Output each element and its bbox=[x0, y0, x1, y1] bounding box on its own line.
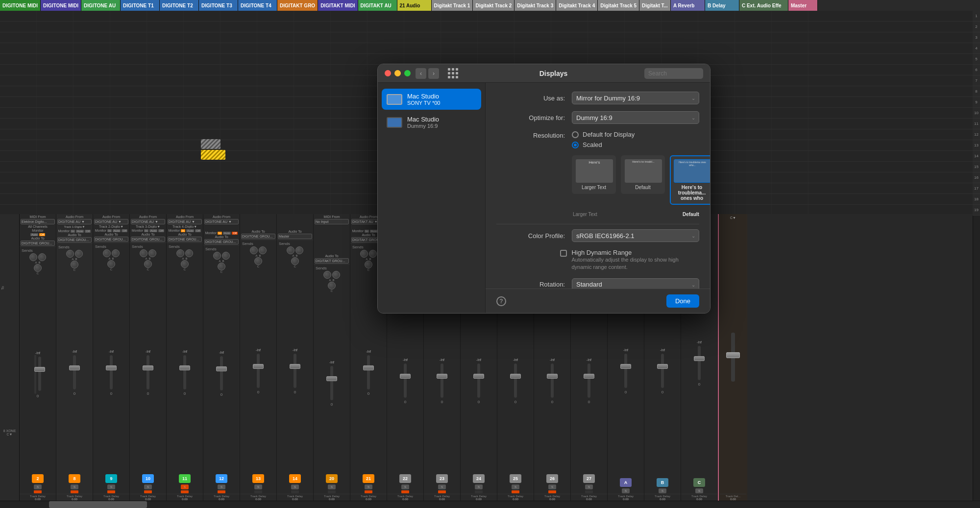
arr-cell-7-7[interactable] bbox=[220, 75, 257, 86]
hdr-checkbox[interactable] bbox=[560, 250, 567, 257]
resolution-default-option[interactable]: Default for Display bbox=[572, 131, 635, 138]
ch22-s[interactable]: S bbox=[401, 484, 409, 489]
arr-cell-10-10[interactable] bbox=[331, 108, 368, 118]
ch6-fader[interactable] bbox=[220, 356, 223, 390]
ch26-s[interactable]: S bbox=[548, 484, 556, 489]
track-header-digitakt-midi[interactable]: DIGITAKT MIDI bbox=[318, 0, 358, 11]
arr-cell-6-4[interactable] bbox=[110, 65, 147, 75]
arr-cell-2-7[interactable] bbox=[220, 22, 257, 32]
ch3-knob-a[interactable] bbox=[103, 249, 111, 257]
arr-cell-11-5[interactable] bbox=[147, 119, 184, 129]
arr-cell-4-7[interactable] bbox=[220, 43, 257, 53]
ch6-auto-btn[interactable]: Auto bbox=[223, 232, 231, 235]
arr-cell-13-10[interactable] bbox=[331, 140, 368, 150]
arr-cell-3-16[interactable] bbox=[551, 32, 588, 43]
ch1-knob-a[interactable] bbox=[29, 253, 37, 261]
arr-cell-15-3[interactable] bbox=[74, 162, 110, 172]
ch4-fader[interactable] bbox=[147, 355, 149, 389]
arr-cell-1-9[interactable] bbox=[294, 11, 331, 21]
arr-cell-18-10[interactable] bbox=[331, 194, 368, 204]
arr-cell-7-1[interactable] bbox=[0, 75, 37, 86]
arr-cell-14-21[interactable] bbox=[735, 151, 772, 161]
ch23-fader[interactable] bbox=[441, 363, 443, 398]
arr-cell-16-3[interactable] bbox=[74, 172, 110, 183]
arr-cell-12-5[interactable] bbox=[147, 129, 184, 140]
arr-cell-2-9[interactable] bbox=[294, 22, 331, 32]
ch3-fader[interactable] bbox=[110, 355, 113, 389]
arr-cell-3-18[interactable] bbox=[625, 32, 662, 43]
arr-cell-9-4[interactable] bbox=[110, 97, 147, 107]
ch2-knob-a[interactable] bbox=[66, 250, 74, 258]
arr-cell-12-2[interactable] bbox=[37, 129, 74, 140]
arr-cell-17-22[interactable] bbox=[772, 183, 808, 194]
arr-cell-10-21[interactable] bbox=[735, 108, 772, 118]
arr-cell-15-10[interactable] bbox=[331, 162, 368, 172]
arr-cell-19-2[interactable] bbox=[37, 205, 74, 214]
arr-cell-4-1[interactable] bbox=[0, 43, 37, 53]
arr-cell-5-20[interactable] bbox=[698, 54, 735, 64]
chdau-ka[interactable] bbox=[360, 250, 368, 258]
minimize-button[interactable] bbox=[394, 70, 401, 76]
chmidi2-fader[interactable] bbox=[330, 366, 333, 400]
ch2-auto-btn[interactable]: Auto bbox=[76, 230, 84, 233]
arr-cell-12-21[interactable] bbox=[735, 129, 772, 140]
arr-cell-4-10[interactable] bbox=[331, 43, 368, 53]
chdau-fader[interactable] bbox=[367, 355, 370, 389]
ch2-off-btn[interactable]: Off bbox=[85, 230, 91, 233]
modal-search-input[interactable] bbox=[644, 68, 703, 79]
ch3-to-sel[interactable]: DIGITONE GROU... bbox=[94, 237, 128, 242]
arr-cell-2-15[interactable] bbox=[514, 22, 551, 32]
arr-cell-12-9[interactable] bbox=[294, 129, 331, 140]
arr-cell-3-13[interactable] bbox=[441, 32, 478, 43]
track-header-digitone-au[interactable]: DIGITONE AU bbox=[81, 0, 121, 11]
resolution-default-radio[interactable] bbox=[572, 131, 579, 138]
chc-s[interactable]: S bbox=[695, 488, 703, 493]
ch1-knob-b[interactable] bbox=[38, 253, 46, 261]
arr-cell-2-3[interactable] bbox=[74, 22, 110, 32]
arr-cell-8-1[interactable] bbox=[0, 86, 37, 97]
arr-cell-11-3[interactable] bbox=[74, 119, 110, 129]
arr-cell-1-21[interactable] bbox=[735, 11, 772, 21]
arr-cell-16-4[interactable] bbox=[110, 172, 147, 183]
ch7-fader[interactable] bbox=[257, 354, 260, 388]
arr-cell-11-21[interactable] bbox=[735, 119, 772, 129]
ch7-kc[interactable] bbox=[254, 257, 262, 265]
arr-cell-19-6[interactable] bbox=[184, 205, 220, 214]
arr-cell-1-17[interactable] bbox=[588, 11, 625, 21]
ch8-ka[interactable] bbox=[287, 246, 294, 254]
ch4-knob-b[interactable] bbox=[148, 249, 156, 257]
arr-cell-15-4[interactable] bbox=[110, 162, 147, 172]
ch3-knob-b[interactable] bbox=[112, 249, 120, 257]
track-header-digitakt-tr6[interactable]: Digitakt T... bbox=[639, 0, 671, 11]
arr-cell-18-9[interactable] bbox=[294, 194, 331, 204]
chmidi2-kc[interactable] bbox=[328, 282, 336, 290]
arr-cell-11-1[interactable] bbox=[0, 119, 37, 129]
arr-cell-5-12[interactable] bbox=[404, 54, 441, 64]
arr-cell-19-21[interactable] bbox=[735, 205, 772, 214]
arr-cell-13-1[interactable] bbox=[0, 140, 37, 150]
ch1-knob-c[interactable] bbox=[34, 264, 42, 272]
arr-cell-11-7[interactable] bbox=[220, 119, 257, 129]
arr-cell-2-13[interactable] bbox=[441, 22, 478, 32]
ch5-s[interactable]: S bbox=[181, 484, 189, 489]
chc-fader[interactable] bbox=[698, 346, 701, 380]
arr-cell-12-6[interactable] bbox=[184, 129, 220, 140]
ch6-off-btn[interactable]: Off bbox=[232, 232, 238, 235]
ch3-knob-c[interactable] bbox=[107, 260, 115, 268]
arr-cell-7-5[interactable] bbox=[147, 75, 184, 86]
resolution-scaled-option[interactable]: Scaled bbox=[572, 141, 635, 148]
forward-button[interactable]: › bbox=[428, 68, 439, 79]
arr-cell-17-21[interactable] bbox=[735, 183, 772, 194]
chmidi2-ka[interactable] bbox=[323, 271, 331, 279]
arr-cell-14-10[interactable] bbox=[331, 151, 368, 161]
arr-cell-16-5[interactable] bbox=[147, 172, 184, 183]
arr-cell-8-21[interactable] bbox=[735, 86, 772, 97]
arr-cell-3-1[interactable] bbox=[0, 32, 37, 43]
track-header-digitone-midi[interactable]: DIGITONE MIDI bbox=[0, 0, 41, 11]
arr-cell-2-2[interactable] bbox=[37, 22, 74, 32]
arr-cell-7-3[interactable] bbox=[74, 75, 110, 86]
chmidi2-s[interactable]: S bbox=[328, 484, 336, 489]
arr-cell-13-21[interactable] bbox=[735, 140, 772, 150]
chb-s[interactable]: S bbox=[659, 488, 666, 493]
ch4-s[interactable]: S bbox=[144, 484, 152, 489]
